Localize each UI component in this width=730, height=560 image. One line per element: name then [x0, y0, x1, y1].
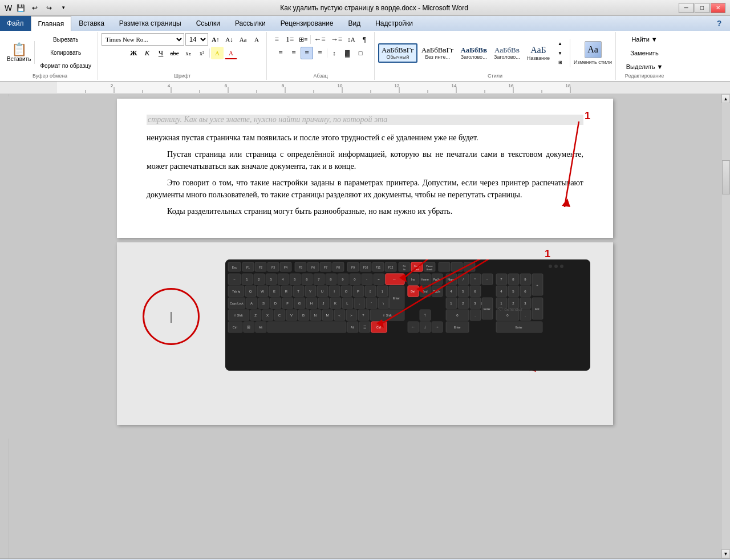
- align-left-btn[interactable]: ≡: [274, 47, 287, 59]
- italic-btn[interactable]: К: [141, 47, 153, 59]
- svg-rect-29: [0, 96, 9, 439]
- clear-format-btn[interactable]: А: [250, 33, 263, 46]
- paste-btn[interactable]: 📋 Вставить: [6, 42, 32, 63]
- border-btn[interactable]: □: [354, 47, 367, 59]
- scroll-thumb[interactable]: [722, 160, 730, 194]
- superscript-btn[interactable]: х²: [196, 47, 208, 59]
- styles-scroll-down[interactable]: ▼: [554, 48, 566, 58]
- tab-view[interactable]: Вид: [340, 16, 368, 31]
- svg-text:P: P: [357, 290, 359, 293]
- tab-file[interactable]: Файл: [0, 16, 31, 31]
- line-spacing-btn[interactable]: ↕: [328, 47, 340, 59]
- ruler: 2 4 6 8 10 12 14 16 18: [0, 82, 730, 94]
- text-highlight-btn[interactable]: А: [211, 47, 224, 59]
- tab-mailings[interactable]: Рассылки: [228, 16, 273, 31]
- vertical-scrollbar[interactable]: ▲ ▼: [721, 94, 730, 558]
- font-grow-btn[interactable]: A↑: [209, 33, 222, 46]
- styles-scroll-up[interactable]: ▲: [554, 39, 566, 48]
- svg-text:B: B: [302, 314, 305, 317]
- document-area[interactable]: страницу. Как вы уже знаете, нужно найти…: [9, 94, 721, 558]
- styles-more[interactable]: ⊞: [554, 58, 566, 67]
- svg-text:PgUp: PgUp: [433, 278, 441, 281]
- tab-references[interactable]: Ссылки: [189, 16, 228, 31]
- align-center-btn[interactable]: ≡: [287, 47, 300, 59]
- quick-save-btn[interactable]: 💾: [14, 2, 27, 14]
- font-group: Times New Ro... 14 A↑ A↓ Аа А Ж К Ч аbc …: [98, 32, 267, 80]
- svg-text:Lock: Lock: [415, 268, 419, 271]
- svg-rect-238: [267, 322, 346, 332]
- multilevel-list-btn[interactable]: ⊞≡: [297, 33, 310, 46]
- svg-text:2: 2: [111, 83, 113, 88]
- strikethrough-btn[interactable]: аbc: [168, 47, 181, 59]
- scroll-down-btn[interactable]: ▼: [721, 549, 730, 558]
- quick-redo-btn[interactable]: ↪: [43, 2, 55, 14]
- svg-text:-: -: [486, 278, 488, 281]
- maximize-btn[interactable]: □: [695, 3, 709, 13]
- style-normal[interactable]: АаБбВвГг Обычный: [378, 43, 417, 63]
- svg-text:F11: F11: [376, 266, 381, 269]
- numbering-btn[interactable]: 1≡: [283, 33, 296, 46]
- scroll-up-btn[interactable]: ▲: [721, 94, 730, 103]
- svg-text:=: =: [378, 278, 380, 281]
- svg-text:→: →: [435, 324, 439, 330]
- shading-btn[interactable]: ▓: [341, 47, 354, 59]
- underline-btn[interactable]: Ч: [155, 47, 167, 59]
- title-bar: W 💾 ↩ ↪ ▼ Как удалить пустую страницу в …: [0, 0, 730, 16]
- svg-text:☰: ☰: [363, 326, 366, 329]
- close-btn[interactable]: ✕: [711, 3, 725, 13]
- quick-access-dropdown[interactable]: ▼: [57, 2, 70, 14]
- find-btn[interactable]: Найти ▼: [627, 33, 661, 46]
- tab-addins[interactable]: Надстройки: [368, 16, 420, 31]
- minimize-btn[interactable]: ─: [679, 3, 694, 13]
- decrease-indent-btn[interactable]: ←≡: [311, 33, 327, 46]
- style-title[interactable]: АаБ Название: [524, 43, 553, 63]
- style-heading2[interactable]: АаБбВв Заголово...: [491, 44, 523, 62]
- svg-text:18: 18: [566, 83, 571, 88]
- style-no-spacing[interactable]: АаБбВвГг Без инте...: [419, 44, 457, 62]
- show-marks-btn[interactable]: ¶: [358, 33, 371, 46]
- svg-text:Caps Lock: Caps Lock: [230, 302, 244, 305]
- para-3: Это говорит о том, что такие настройки з…: [147, 177, 583, 201]
- font-name-select[interactable]: Times New Ro...: [102, 33, 184, 46]
- paragraph-label: Абзац: [313, 73, 327, 79]
- font-color-btn[interactable]: А: [225, 47, 237, 59]
- svg-text:Alt: Alt: [259, 326, 262, 329]
- bullets-btn[interactable]: ≡: [270, 33, 283, 46]
- svg-text:Enter: Enter: [484, 307, 490, 311]
- svg-text:10: 10: [338, 83, 343, 88]
- svg-text:14: 14: [452, 83, 457, 88]
- format-copy-btn[interactable]: Формат по образцу: [37, 59, 94, 72]
- cut-btn[interactable]: Вырезать: [37, 33, 94, 46]
- svg-rect-72: [464, 262, 475, 271]
- bold-btn[interactable]: Ж: [127, 47, 140, 59]
- svg-text:Sc: Sc: [403, 268, 406, 271]
- clipboard-label: Буфер обмена: [33, 73, 67, 79]
- svg-text:Ctrl: Ctrl: [233, 326, 237, 329]
- svg-text:M: M: [326, 314, 329, 317]
- font-size-select[interactable]: 14: [185, 33, 208, 46]
- font-shrink-btn[interactable]: A↓: [223, 33, 236, 46]
- help-btn[interactable]: ?: [713, 17, 725, 30]
- increase-indent-btn[interactable]: →≡: [328, 33, 344, 46]
- svg-rect-71: [451, 262, 463, 271]
- para-1: ненужная пустая страничка там появилась …: [147, 132, 583, 144]
- svg-text:F12: F12: [388, 266, 394, 269]
- select-btn[interactable]: Выделить ▼: [622, 60, 667, 73]
- tab-review[interactable]: Рецензирование: [273, 16, 341, 31]
- style-heading1[interactable]: АаБбВв Заголово...: [457, 44, 490, 62]
- svg-text:F: F: [286, 302, 289, 305]
- align-right-btn[interactable]: ≡: [314, 47, 326, 59]
- svg-text:Y: Y: [309, 290, 311, 293]
- change-styles-btn[interactable]: Аа Изменить стили: [574, 41, 612, 65]
- sort-btn[interactable]: ↕A: [345, 33, 358, 46]
- tab-home[interactable]: Главная: [31, 16, 72, 31]
- svg-text:Z: Z: [254, 314, 257, 317]
- change-case-btn[interactable]: Аа: [237, 33, 249, 46]
- subscript-btn[interactable]: х₂: [182, 47, 194, 59]
- quick-undo-btn[interactable]: ↩: [29, 2, 41, 14]
- replace-btn[interactable]: Заменить: [626, 47, 662, 59]
- tab-page-layout[interactable]: Разметка страницы: [112, 16, 189, 31]
- align-justify-btn[interactable]: ≡: [301, 47, 313, 59]
- tab-insert[interactable]: Вставка: [71, 16, 112, 31]
- copy-btn[interactable]: Копировать: [37, 46, 94, 59]
